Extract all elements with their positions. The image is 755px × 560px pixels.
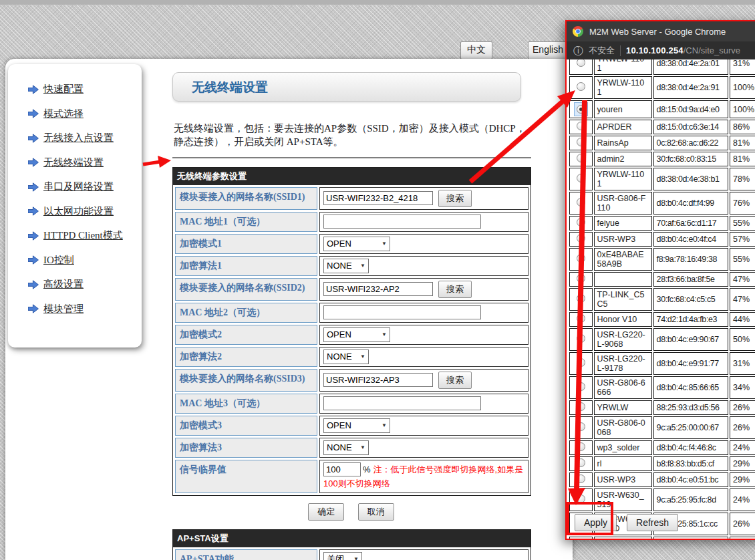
field-label: 加密算法1 — [175, 256, 317, 276]
sidebar-item-5[interactable]: 以太网功能设置 — [28, 205, 142, 218]
sidebar-item-6[interactable]: HTTPD Client模式 — [28, 229, 142, 242]
network-radio[interactable] — [577, 59, 585, 67]
field-label: 加密算法2 — [175, 347, 317, 367]
refresh-button[interactable]: Refresh — [627, 514, 678, 531]
mac-input[interactable] — [323, 305, 481, 319]
sidebar-item-label: 无线终端设置 — [43, 156, 104, 169]
caret-down-icon: ▼ — [353, 553, 359, 560]
network-radio[interactable] — [577, 314, 585, 323]
network-row: USR-G806-00689c:a5:25:00:00:6726% — [569, 416, 755, 439]
dropdown[interactable]: OPEN▼ — [323, 418, 390, 433]
network-radio[interactable] — [577, 442, 585, 451]
mac-cell: d8:b0:4c:e9:91:77 — [653, 352, 728, 375]
sidebar-item-7[interactable]: IO控制 — [28, 254, 142, 267]
apsta-dropdown[interactable]: 关闭 ▼ — [323, 552, 362, 560]
ssid-cell: TP-LINK_C5C5 — [594, 288, 652, 311]
chinese-language-button[interactable]: 中文 — [460, 41, 492, 59]
ssid-cell: USR-G806-F110 — [594, 192, 652, 215]
sidebar-item-4[interactable]: 串口及网络设置 — [28, 180, 142, 193]
arrow-right-icon — [28, 158, 39, 167]
network-radio[interactable] — [577, 218, 585, 227]
ssid-cell: wp3_solder — [594, 440, 652, 455]
network-row: YRWLW-1101d8:38:0d:4e:2a:91100% — [569, 76, 755, 99]
network-radio[interactable] — [577, 402, 585, 411]
sidebar-item-3[interactable]: 无线终端设置 — [28, 156, 142, 169]
apply-button[interactable]: Apply — [575, 514, 617, 531]
network-radio[interactable] — [577, 422, 585, 431]
network-radio[interactable] — [577, 82, 585, 91]
mac-cell: d8:15:0d:c6:3e:14 — [653, 120, 728, 134]
not-secure-label: 不安全 — [589, 45, 615, 57]
network-radio[interactable] — [577, 274, 585, 283]
sidebar-item-8[interactable]: 高级设置 — [28, 278, 142, 291]
mac-input[interactable] — [323, 396, 481, 410]
form-row: 加密算法2NONE▼ — [175, 347, 528, 367]
sidebar-item-0[interactable]: 快速配置 — [28, 83, 142, 96]
dropdown[interactable]: NONE▼ — [323, 440, 369, 455]
signal-cell: 100% — [730, 100, 755, 118]
content-column: 无线终端设置 无线终端设置，包括：要去连接的AP参数（SSID，加密）及接入模式… — [172, 72, 531, 560]
network-radio[interactable] — [577, 234, 585, 243]
dropdown[interactable]: OPEN▼ — [323, 237, 390, 251]
network-radio[interactable] — [577, 294, 585, 303]
field-label: 信号临界值 — [175, 460, 317, 493]
mac-input[interactable] — [323, 215, 481, 229]
network-row: TP-LINK_C5C530:fc:68:c4:c5:c547% — [569, 288, 755, 311]
popup-buttons: Apply Refresh — [575, 514, 678, 531]
sidebar-item-1[interactable]: 模式选择 — [28, 108, 142, 120]
sidebar-item-9[interactable]: 模块管理 — [28, 303, 142, 315]
sidebar-item-label: 无线接入点设置 — [43, 132, 114, 144]
dropdown[interactable]: NONE▼ — [323, 349, 369, 364]
field-label: MAC 地址1（可选） — [175, 212, 317, 232]
network-radio[interactable] — [577, 198, 585, 206]
network-radio[interactable] — [577, 138, 585, 146]
radio-selected-highlight — [574, 102, 588, 116]
ssid-cell: admin2 — [594, 152, 652, 166]
dropdown[interactable]: NONE▼ — [323, 259, 369, 273]
ssid-cell: Honor V10 — [594, 312, 652, 327]
network-radio[interactable] — [577, 358, 585, 367]
network-radio[interactable] — [577, 254, 585, 263]
search-button[interactable]: 搜索 — [438, 372, 472, 389]
network-radio[interactable] — [577, 122, 585, 130]
network-radio[interactable] — [577, 458, 585, 467]
ssid-cell: USR-G800-0405 — [594, 537, 652, 539]
field-label: 加密模式2 — [175, 325, 317, 345]
percent-unit: % — [363, 464, 371, 474]
network-radio[interactable] — [577, 495, 585, 503]
english-language-button[interactable]: English — [528, 41, 568, 59]
search-button[interactable]: 搜索 — [438, 281, 472, 298]
field-value: OPEN▼ — [319, 325, 528, 345]
signal-cell: 31% — [730, 59, 755, 75]
network-radio[interactable] — [577, 382, 585, 391]
network-radio[interactable] — [577, 174, 585, 182]
network-radio[interactable] — [577, 334, 585, 343]
network-radio[interactable] — [577, 154, 585, 162]
sidebar-item-2[interactable]: 无线接入点设置 — [28, 132, 142, 144]
network-radio[interactable] — [577, 474, 585, 483]
mac-cell: 9c:a5:25:95:fc:8d — [653, 488, 728, 511]
mac-cell: 70:af:6a:6c:d1:17 — [653, 216, 728, 231]
ssid-input[interactable] — [323, 282, 433, 296]
form-row: 加密模式3OPEN▼ — [175, 416, 528, 436]
sidebar-item-label: 串口及网络设置 — [43, 180, 114, 193]
popup-address-bar[interactable]: ⓘ 不安全 10.10.100.254/CN/site_surve — [567, 41, 755, 59]
arrow-right-icon — [28, 109, 39, 118]
form-row: MAC 地址2（可选） — [175, 303, 528, 323]
signal-cell: 76% — [730, 192, 755, 215]
sidebar-item-label: IO控制 — [43, 254, 74, 267]
cancel-button[interactable]: 取消 — [358, 503, 394, 521]
network-radio-selected[interactable] — [577, 105, 585, 114]
popup-window-title: M2M Web Server - Google Chrome — [589, 27, 726, 37]
popup-title-bar[interactable]: M2M Web Server - Google Chrome — [567, 21, 755, 41]
signal-threshold-input[interactable] — [323, 462, 361, 476]
network-row: YRWLW88:25:93:d3:d5:5626% — [569, 400, 755, 415]
ok-button[interactable]: 确定 — [308, 503, 344, 521]
radio-cell — [569, 168, 593, 190]
dropdown[interactable]: OPEN▼ — [323, 327, 390, 342]
ssid-input[interactable] — [323, 191, 433, 205]
url-path: /CN/site_surve — [684, 45, 740, 55]
search-button[interactable]: 搜索 — [438, 190, 472, 207]
ssid-input[interactable] — [323, 373, 433, 387]
mac-cell: d8:38:0d:4e:38:b1 — [653, 168, 728, 190]
